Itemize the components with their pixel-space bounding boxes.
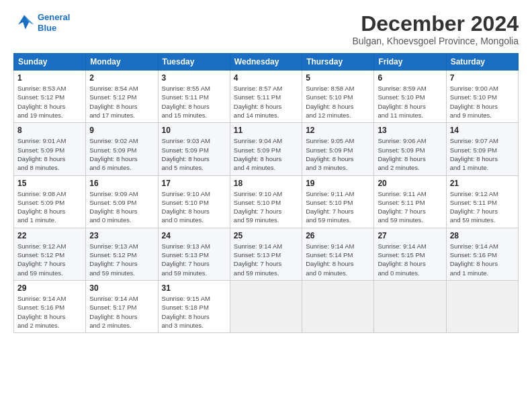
col-wednesday: Wednesday [230,54,302,71]
main-title: December 2024 [353,12,519,36]
day-number: 21 [450,179,515,188]
day-number: 30 [89,283,154,293]
day-number: 11 [234,126,298,135]
week-row-3: 15Sunrise: 9:08 AMSunset: 5:09 PMDayligh… [14,175,519,228]
calendar-cell: 12Sunrise: 9:05 AMSunset: 5:09 PMDayligh… [302,123,374,175]
week-row-1: 1Sunrise: 8:53 AMSunset: 5:12 PMDaylight… [14,71,519,123]
calendar-cell: 21Sunrise: 9:12 AMSunset: 5:11 PMDayligh… [446,175,518,228]
day-info: Sunrise: 9:14 AMSunset: 5:14 PMDaylight:… [306,242,370,277]
logo-line1: General [38,12,70,22]
day-info: Sunrise: 9:13 AMSunset: 5:13 PMDaylight:… [162,242,226,277]
header-row: Sunday Monday Tuesday Wednesday Thursday… [14,54,519,71]
day-info: Sunrise: 9:14 AMSunset: 5:16 PMDaylight:… [17,294,82,330]
calendar-cell: 2Sunrise: 8:54 AMSunset: 5:12 PMDaylight… [86,71,158,123]
day-info: Sunrise: 9:13 AMSunset: 5:12 PMDaylight:… [89,242,154,277]
day-info: Sunrise: 9:02 AMSunset: 5:09 PMDaylight:… [89,136,154,172]
col-friday: Friday [374,54,446,71]
day-info: Sunrise: 9:10 AMSunset: 5:10 PMDaylight:… [162,189,226,225]
day-number: 8 [17,126,82,135]
day-number: 5 [306,73,370,83]
calendar-cell: 1Sunrise: 8:53 AMSunset: 5:12 PMDaylight… [14,71,86,123]
day-info: Sunrise: 9:03 AMSunset: 5:09 PMDaylight:… [162,136,226,172]
day-info: Sunrise: 9:06 AMSunset: 5:09 PMDaylight:… [378,136,442,172]
day-number: 1 [17,73,82,83]
day-info: Sunrise: 8:55 AMSunset: 5:11 PMDaylight:… [162,84,226,120]
calendar-cell: 16Sunrise: 9:09 AMSunset: 5:09 PMDayligh… [86,175,158,228]
calendar-cell: 24Sunrise: 9:13 AMSunset: 5:13 PMDayligh… [158,228,230,280]
day-info: Sunrise: 9:15 AMSunset: 5:18 PMDaylight:… [162,294,226,330]
day-number: 23 [89,231,154,240]
subtitle: Bulgan, Khoevsgoel Province, Mongolia [353,36,519,46]
day-number: 29 [17,283,82,293]
day-number: 27 [378,231,442,240]
calendar-table: Sunday Monday Tuesday Wednesday Thursday… [13,53,519,333]
calendar-cell [230,280,302,332]
day-info: Sunrise: 9:11 AMSunset: 5:11 PMDaylight:… [378,189,442,225]
day-number: 20 [378,179,442,188]
day-info: Sunrise: 8:53 AMSunset: 5:12 PMDaylight:… [17,84,82,120]
logo-text: General Blue [38,12,70,33]
calendar-cell: 22Sunrise: 9:12 AMSunset: 5:12 PMDayligh… [14,228,86,280]
calendar-cell: 15Sunrise: 9:08 AMSunset: 5:09 PMDayligh… [14,175,86,228]
day-number: 2 [89,73,154,83]
day-info: Sunrise: 9:14 AMSunset: 5:17 PMDaylight:… [89,294,154,330]
logo-icon [13,13,35,32]
day-number: 18 [234,179,298,188]
day-info: Sunrise: 9:00 AMSunset: 5:10 PMDaylight:… [450,84,515,120]
day-number: 13 [378,126,442,135]
day-number: 6 [378,73,442,83]
day-info: Sunrise: 9:14 AMSunset: 5:13 PMDaylight:… [234,242,298,277]
day-number: 10 [162,126,226,135]
calendar-cell: 30Sunrise: 9:14 AMSunset: 5:17 PMDayligh… [86,280,158,332]
day-number: 14 [450,126,515,135]
day-number: 12 [306,126,370,135]
calendar-cell [374,280,446,332]
col-thursday: Thursday [302,54,374,71]
calendar-cell: 29Sunrise: 9:14 AMSunset: 5:16 PMDayligh… [14,280,86,332]
day-info: Sunrise: 8:57 AMSunset: 5:11 PMDaylight:… [234,84,298,120]
page: General Blue December 2024 Bulgan, Khoev… [0,0,532,340]
day-number: 3 [162,73,226,83]
day-info: Sunrise: 8:59 AMSunset: 5:10 PMDaylight:… [378,84,442,120]
day-number: 26 [306,231,370,240]
calendar-cell: 14Sunrise: 9:07 AMSunset: 5:09 PMDayligh… [446,123,518,175]
calendar-cell: 11Sunrise: 9:04 AMSunset: 5:09 PMDayligh… [230,123,302,175]
calendar-cell: 18Sunrise: 9:10 AMSunset: 5:10 PMDayligh… [230,175,302,228]
day-info: Sunrise: 9:14 AMSunset: 5:16 PMDaylight:… [450,242,515,277]
calendar-cell: 13Sunrise: 9:06 AMSunset: 5:09 PMDayligh… [374,123,446,175]
calendar-cell: 25Sunrise: 9:14 AMSunset: 5:13 PMDayligh… [230,228,302,280]
col-sunday: Sunday [14,54,86,71]
day-number: 15 [17,179,82,188]
day-info: Sunrise: 9:12 AMSunset: 5:11 PMDaylight:… [450,189,515,225]
day-number: 19 [306,179,370,188]
day-info: Sunrise: 9:08 AMSunset: 5:09 PMDaylight:… [17,189,82,225]
day-info: Sunrise: 8:54 AMSunset: 5:12 PMDaylight:… [89,84,154,120]
day-info: Sunrise: 9:07 AMSunset: 5:09 PMDaylight:… [450,136,515,172]
calendar-cell: 26Sunrise: 9:14 AMSunset: 5:14 PMDayligh… [302,228,374,280]
calendar-cell: 20Sunrise: 9:11 AMSunset: 5:11 PMDayligh… [374,175,446,228]
col-monday: Monday [86,54,158,71]
day-number: 24 [162,231,226,240]
calendar-cell: 10Sunrise: 9:03 AMSunset: 5:09 PMDayligh… [158,123,230,175]
day-number: 7 [450,73,515,83]
day-info: Sunrise: 9:11 AMSunset: 5:10 PMDaylight:… [306,189,370,225]
calendar-cell: 23Sunrise: 9:13 AMSunset: 5:12 PMDayligh… [86,228,158,280]
day-info: Sunrise: 9:10 AMSunset: 5:10 PMDaylight:… [234,189,298,225]
calendar-body: 1Sunrise: 8:53 AMSunset: 5:12 PMDaylight… [14,71,519,333]
col-tuesday: Tuesday [158,54,230,71]
calendar-cell [446,280,518,332]
calendar-cell: 17Sunrise: 9:10 AMSunset: 5:10 PMDayligh… [158,175,230,228]
day-number: 17 [162,179,226,188]
title-area: December 2024 Bulgan, Khoevsgoel Provinc… [353,12,519,46]
calendar-cell: 9Sunrise: 9:02 AMSunset: 5:09 PMDaylight… [86,123,158,175]
day-info: Sunrise: 9:01 AMSunset: 5:09 PMDaylight:… [17,136,82,172]
calendar-cell: 7Sunrise: 9:00 AMSunset: 5:10 PMDaylight… [446,71,518,123]
week-row-5: 29Sunrise: 9:14 AMSunset: 5:16 PMDayligh… [14,280,519,332]
day-info: Sunrise: 8:58 AMSunset: 5:10 PMDaylight:… [306,84,370,120]
calendar-cell: 31Sunrise: 9:15 AMSunset: 5:18 PMDayligh… [158,280,230,332]
day-info: Sunrise: 9:04 AMSunset: 5:09 PMDaylight:… [234,136,298,172]
day-number: 4 [234,73,298,83]
day-info: Sunrise: 9:05 AMSunset: 5:09 PMDaylight:… [306,136,370,172]
day-number: 31 [162,283,226,293]
day-number: 25 [234,231,298,240]
